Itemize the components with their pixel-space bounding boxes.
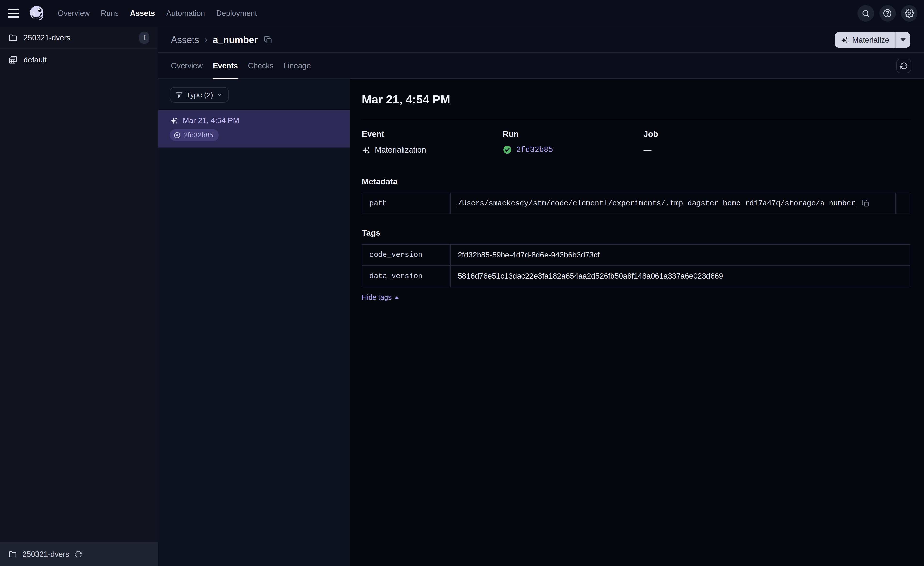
event-column-label: Event [362,129,502,139]
event-type-label: Materialization [375,145,426,155]
tab-lineage[interactable]: Lineage [284,53,311,78]
events-list-panel: Type (2) [158,79,350,566]
help-icon[interactable] [879,5,896,22]
run-column-label: Run [502,129,644,139]
event-summary-grid: Event Run Job Materializati [362,129,910,155]
metadata-value-cell: /Users/smackesey/stm/code/elementl/exper… [450,193,896,214]
materialization-sparkle-icon [362,146,370,154]
tab-overview[interactable]: Overview [171,53,203,78]
chevron-down-icon [216,92,223,98]
sidebar-item-label: default [24,56,46,65]
app-shell: 250321-dvers 1 default [0,27,924,566]
top-nav: Overview Runs Assets Automation Deployme… [0,0,924,27]
materialize-sparkle-icon [840,36,849,44]
metadata-heading: Metadata [362,177,910,186]
materialize-button-label: Materialize [852,35,889,44]
gear-icon[interactable] [901,5,918,22]
event-item-header: Mar 21, 4:54 PM [170,116,338,125]
run-pill-label: 2fd32b85 [184,131,213,139]
type-filter-label: Type (2) [186,91,213,99]
search-icon[interactable] [858,5,874,22]
filter-icon [176,91,183,98]
sidebar-spacer [0,71,158,542]
tags-table: code_version 2fd32b85-59be-4d7d-8d6e-943… [362,244,910,287]
type-filter-button[interactable]: Type (2) [170,87,229,102]
breadcrumb-separator: › [204,35,207,45]
event-type-value: Materialization [362,145,502,155]
asset-group-icon [8,55,18,65]
event-timestamp: Mar 21, 4:54 PM [183,116,239,125]
nav-item-deployment[interactable]: Deployment [216,9,257,18]
materialize-dropdown-toggle[interactable] [896,32,910,48]
main-column: Assets › a_number [158,27,924,566]
sidebar-item-label: 250321-dvers [24,33,70,42]
main-nav-links: Overview Runs Assets Automation Deployme… [58,9,257,18]
event-detail-panel: Mar 21, 4:54 PM Event Run Job [350,79,924,566]
detail-divider [362,119,910,119]
metadata-action-cell [896,193,910,214]
nav-item-overview[interactable]: Overview [58,9,90,18]
dagster-app: Overview Runs Assets Automation Deployme… [0,0,924,566]
breadcrumb-assets-link[interactable]: Assets [171,35,200,45]
copy-path-icon[interactable] [861,199,870,208]
sidebar-footer-label: 250321-dvers [22,550,69,559]
metadata-path-link[interactable]: /Users/smackesey/stm/code/elementl/exper… [458,199,855,208]
hide-tags-link[interactable]: Hide tags [362,294,399,301]
breadcrumb: Assets › a_number [171,35,273,45]
event-detail-title: Mar 21, 4:54 PM [362,93,910,106]
metadata-table: path /Users/smackesey/stm/code/elementl/… [362,193,910,214]
metadata-key-cell: path [362,193,450,214]
tag-key-cell: code_version [362,244,450,266]
tab-checks[interactable]: Checks [248,53,273,78]
materialize-button-main[interactable]: Materialize [835,32,896,48]
nav-item-automation[interactable]: Automation [166,9,205,18]
asset-count-badge: 1 [139,32,149,44]
materialize-button[interactable]: Materialize [835,32,910,48]
events-split-view: Type (2) [158,79,924,566]
success-check-icon [502,145,512,155]
tab-events[interactable]: Events [213,53,238,78]
sidebar-item-group-default[interactable]: default [0,49,158,71]
refresh-button[interactable] [896,59,911,73]
hamburger-icon[interactable] [8,6,22,20]
nav-item-runs[interactable]: Runs [101,9,119,18]
tag-value-cell: 5816d76e51c13dac22e3fa182a654aa2d526fb50… [450,265,910,287]
event-list-item-selected[interactable]: Mar 21, 4:54 PM 2fd32b85 [158,110,350,148]
nav-item-assets[interactable]: Assets [130,9,155,18]
run-id-link[interactable]: 2fd32b85 [516,146,553,154]
folder-icon [8,33,18,42]
tags-heading: Tags [362,228,910,238]
page-header: Assets › a_number [158,27,924,53]
hide-tags-label: Hide tags [362,294,392,301]
caret-up-icon [394,297,399,299]
dagster-logo-icon[interactable] [28,5,46,22]
sidebar-item-code-location[interactable]: 250321-dvers 1 [0,27,158,49]
caret-down-icon [901,38,906,42]
asset-catalog-sidebar: 250321-dvers 1 default [0,27,158,566]
table-row: code_version 2fd32b85-59be-4d7d-8d6e-943… [362,244,910,266]
run-id-pill[interactable]: 2fd32b85 [170,129,219,141]
events-filter-row: Type (2) [158,87,350,102]
materialization-sparkle-icon [170,116,178,125]
page-title: a_number [213,35,258,45]
tag-key-cell: data_version [362,265,450,287]
sidebar-footer[interactable]: 250321-dvers [0,542,158,566]
folder-icon [8,550,17,558]
table-row: path /Users/smackesey/stm/code/elementl/… [362,193,910,214]
sync-icon[interactable] [75,551,82,558]
table-row: data_version 5816d76e51c13dac22e3fa182a6… [362,265,910,287]
tag-value-cell: 2fd32b85-59be-4d7d-8d6e-943b6b3d73cf [450,244,910,266]
asset-tabs: Overview Events Checks Lineage [158,53,924,79]
copy-asset-name-icon[interactable] [264,35,272,44]
run-value: 2fd32b85 [502,145,644,155]
job-value: — [644,145,910,155]
run-status-icon [173,131,181,139]
job-column-label: Job [644,129,910,139]
